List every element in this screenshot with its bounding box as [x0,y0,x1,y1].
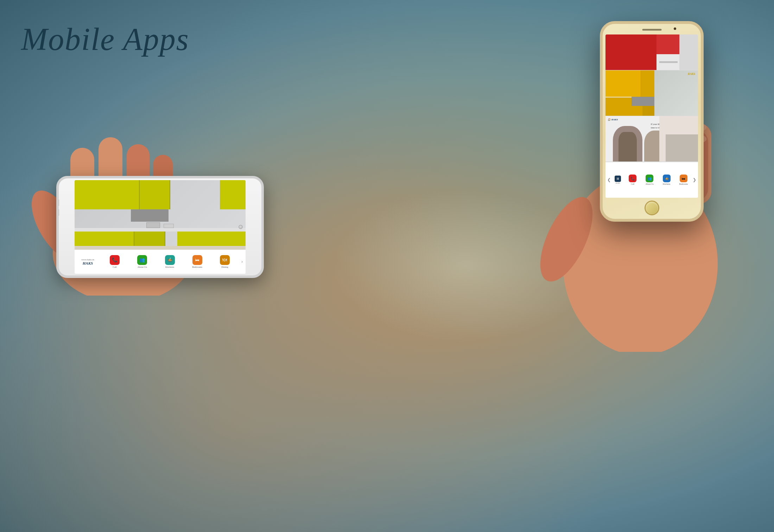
portrait-home-button[interactable] [645,201,659,215]
nav-logo-area: www.haks.in HAKS [75,258,101,266]
portrait-nav-kitchens[interactable]: 🍲 Kitchens [658,175,675,185]
nav-item-call[interactable]: 📞 Call [101,255,128,268]
nav-url: www.haks.in [81,258,94,261]
screen-image-lifestyle: 🏠 HAKS If your lifestyle is worth thinki… [605,116,698,162]
portrait-nav-call[interactable]: 📞 Call [624,175,641,185]
portrait-nav-logo: H HAKS [611,176,624,184]
portrait-screen: HAKS 🏠 HAKS If your lifestyle is worth t… [605,34,698,198]
screen-image-yellow-kitchen: HAKS [605,70,698,116]
portrait-nav-bedrooms[interactable]: 🛏 Bedrooms [675,175,692,185]
phone-landscape-screen: www.haks.in HAKS 📞 Call 👥 About Us 🍲 Kit… [75,180,246,274]
haks-logo-lifestyle: 🏠 HAKS [608,118,618,121]
front-camera [674,27,676,30]
portrait-nav-arrow-left[interactable]: ❮ [607,177,611,183]
phone-landscape: www.haks.in HAKS 📞 Call 👥 About Us 🍲 Kit… [56,176,264,278]
nav-label-about: About Us [138,266,147,268]
volume-down-btn[interactable] [58,209,59,216]
kitchen-image [75,180,246,249]
portrait-nav-about[interactable]: 👥 About Us [641,175,658,185]
nav-item-about[interactable]: 👥 About Us [128,255,156,268]
portrait-nav-arrow-right[interactable]: ❯ [692,177,697,183]
nav-item-kitchens[interactable]: 🍲 Kitchens [156,255,183,268]
nav-label-bedrooms: Bedrooms [192,266,202,268]
volume-up-btn[interactable] [58,200,59,206]
nav-label-kitchens: Kitchens [165,266,174,268]
portrait-vol-down[interactable] [601,70,603,78]
landscape-nav-bar: www.haks.in HAKS 📞 Call 👥 About Us 🍲 Kit… [75,249,246,274]
phone-portrait: HAKS 🏠 HAKS If your lifestyle is worth t… [600,21,704,222]
about-us-label: About Us [646,183,654,185]
haks-logo-small: HAKS [688,72,695,76]
screen-image-red-kitchen [605,34,698,70]
nav-label-dining: Dining [221,266,228,268]
portrait-power-btn[interactable] [701,77,703,87]
page-title: Mobile Apps [21,21,189,57]
portrait-vol-up[interactable] [601,59,603,67]
nav-item-dining[interactable]: 🍽 Dining [211,255,239,268]
nav-brand: HAKS [83,261,93,265]
nav-label-call: Call [113,266,117,268]
nav-arrow-right[interactable]: › [239,259,246,265]
phone-speaker [642,29,661,31]
landscape-home-button[interactable] [239,225,243,229]
nav-item-bedrooms[interactable]: 🛏 Bedrooms [184,255,211,268]
portrait-nav-bar: ❮ H HAKS 📞 Call 👥 About Us 🍲 Kitchens [605,162,698,198]
